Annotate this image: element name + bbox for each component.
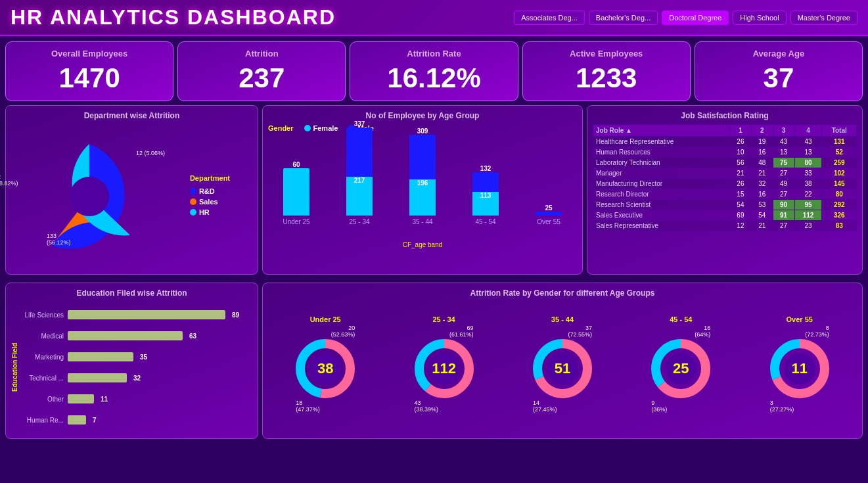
dept-panel-title: Department wise Attrition — [11, 111, 252, 120]
edu-row-medical: Medical 63 — [21, 331, 252, 340]
filter-doctoral[interactable]: Doctoral Degree — [662, 11, 729, 25]
bar-4554-male — [472, 172, 499, 192]
dept-legend: Department R&D Sales HR — [190, 174, 230, 219]
table-row: Sales Executive 69 54 91 112 326 — [593, 210, 857, 221]
bar-under25-female — [283, 168, 309, 216]
dept-chart-container: 12 (5.06%) 92(38.82%) 133(56.12%) Depart… — [11, 124, 252, 269]
val-cell: 13 — [773, 147, 794, 158]
donut-under25-title: Under 25 — [310, 315, 341, 323]
table-row: Sales Representative 12 21 27 23 83 — [593, 221, 857, 231]
val-cell: 69 — [729, 210, 751, 221]
edu-chart-wrapper: Education Field Life Sciences 89 Medical… — [11, 302, 252, 433]
edu-bar-lifesciences — [68, 310, 225, 319]
role-cell: Human Resources — [593, 147, 730, 158]
bar-over55-male — [536, 212, 562, 216]
x-axis-label: CF_age band — [268, 241, 577, 248]
val-cell: 43 — [794, 137, 822, 147]
val-cell: 21 — [729, 168, 751, 179]
legend-rd: R&D — [190, 187, 230, 195]
job-satisfaction-panel: Job Satisfaction Rating Job Role ▲ 1 2 3… — [587, 105, 863, 275]
edu-bar-technical — [68, 373, 127, 382]
pie-center — [70, 177, 109, 216]
val-cell: 56 — [729, 158, 751, 168]
val-cell: 27 — [773, 168, 794, 179]
val-cell-highlight: 95 — [794, 200, 822, 210]
bar-4554-male-label: 132 — [480, 165, 491, 172]
legend-hr-dot — [190, 209, 196, 216]
bar-legend-gender: Gender — [268, 124, 294, 132]
edu-label-other: Other — [21, 396, 64, 403]
edu-label-marketing: Marketing — [21, 354, 64, 361]
donut-4554-title: 45 - 54 — [670, 315, 692, 323]
edu-label-medical: Medical — [21, 333, 64, 340]
total-cell: 326 — [822, 210, 857, 221]
kpi-rate-label: Attrition Rate — [361, 49, 507, 58]
bar-35-44: 309 196 35 - 44 — [394, 127, 451, 225]
total-cell: 83 — [822, 221, 857, 231]
val-cell-highlight: 75 — [773, 158, 794, 168]
donut-2534-value: 112 — [432, 360, 456, 377]
legend-hr-label: HR — [199, 208, 210, 216]
kpi-active-value: 1233 — [534, 62, 679, 94]
edu-bar-marketing — [68, 352, 133, 361]
val-cell-highlight: 80 — [794, 158, 822, 168]
kpi-attrition-label: Attrition — [189, 49, 334, 58]
table-row: Manager 21 21 27 33 102 — [593, 168, 857, 179]
donut-4554-bottom: 9(36%) — [651, 400, 710, 413]
val-cell: 16 — [751, 147, 773, 158]
kpi-attrition-rate: Attrition Rate 16.12% — [350, 41, 518, 101]
donut-25-34: 25 - 34 69(61.61%) 112 43(38.39%) — [415, 315, 474, 413]
donut-4554-value: 25 — [673, 360, 689, 377]
filter-tabs: Associates Deg... Bachelor's Deg... Doct… — [514, 11, 857, 25]
kpi-avg-age: Average Age 37 — [695, 41, 863, 101]
filter-masters[interactable]: Master's Degree — [790, 11, 857, 25]
edu-panel-title: Education Filed wise Attrition — [11, 288, 252, 298]
kpi-overall-label: Overall Employees — [16, 49, 162, 58]
filter-bachelors[interactable]: Bachelor's Deg... — [589, 11, 658, 25]
donut-3544-value: 51 — [555, 360, 570, 377]
filter-associates[interactable]: Associates Deg... — [514, 11, 585, 25]
val-cell: 33 — [794, 168, 822, 179]
role-cell: Sales Executive — [593, 210, 730, 221]
kpi-age-label: Average Age — [706, 49, 852, 58]
bar-2534-male — [346, 127, 373, 177]
kpi-age-value: 37 — [706, 62, 852, 94]
filter-highschool[interactable]: High School — [733, 11, 786, 25]
attrition-gender-title: Attrition Rate by Gender for different A… — [268, 288, 857, 298]
val-cell: 21 — [751, 168, 773, 179]
legend-sales-label: Sales — [199, 198, 218, 206]
legend-rd-dot — [190, 188, 196, 195]
val-cell-highlight: 90 — [773, 200, 794, 210]
role-cell: Research Scientist — [593, 200, 730, 210]
edu-row-lifesciences: Life Sciences 89 — [21, 310, 252, 319]
donut-over55-title: Over 55 — [787, 315, 813, 323]
val-cell: 27 — [773, 221, 794, 231]
attrition-gender-panel: Attrition Rate by Gender for different A… — [262, 283, 863, 439]
edu-bars: Life Sciences 89 Medical 63 Marketing 35… — [21, 302, 252, 433]
val-cell: 27 — [773, 189, 794, 200]
total-cell: 292 — [822, 200, 857, 210]
col-2: 2 — [751, 125, 773, 137]
bar-3544-x: 35 - 44 — [412, 218, 432, 225]
role-cell: Manager — [593, 168, 730, 179]
donut-over55-bottom: 3(27.27%) — [770, 400, 829, 413]
edu-row-marketing: Marketing 35 — [21, 352, 252, 361]
total-cell: 80 — [822, 189, 857, 200]
donut-3544-title: 35 - 44 — [551, 315, 574, 323]
header: HR ANALYTICS DASHBOARD Associates Deg...… — [0, 0, 868, 36]
col-total: Total — [822, 125, 857, 137]
val-cell: 23 — [794, 221, 822, 231]
donut-2534-top: 69(61.61%) — [415, 325, 474, 338]
bar-chart-area: Gender Female Male 60 Under 25 — [268, 124, 577, 269]
edu-val-humanre: 7 — [93, 417, 97, 424]
pie-label-rd: 133(56.12%) — [47, 233, 71, 246]
donut-over55: Over 55 8(72.73%) 11 3(27.27%) — [770, 315, 829, 413]
pie-label-hr: 12 (5.06%) — [136, 150, 165, 156]
val-cell: 53 — [751, 200, 773, 210]
kpi-active-label: Active Employees — [534, 49, 679, 58]
donut-3544-chart: 51 — [533, 339, 592, 398]
donut-over55-top: 8(72.73%) — [770, 325, 829, 338]
donut-2534-bottom: 43(38.39%) — [415, 400, 474, 413]
kpi-attrition-value: 237 — [189, 62, 334, 94]
edu-bar-humanre — [68, 415, 86, 425]
